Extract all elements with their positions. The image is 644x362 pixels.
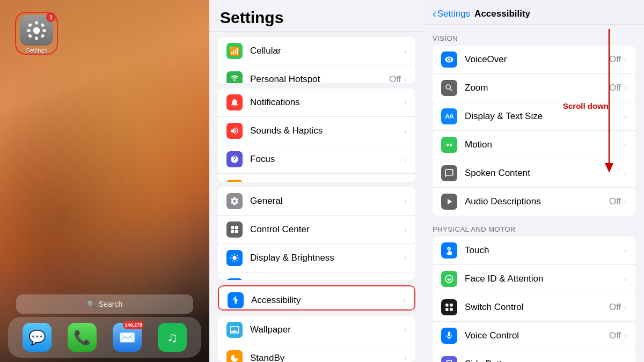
- settings-row-homescreen[interactable]: Home Screen & App Library ›: [218, 272, 415, 280]
- hotspot-chevron: ›: [404, 75, 407, 83]
- settings-row-wallpaper[interactable]: Wallpaper ›: [218, 316, 415, 344]
- accessibility-row[interactable]: Accessibility ›: [219, 286, 414, 311]
- acc-row-faceid[interactable]: Face ID & Attention ›: [433, 265, 635, 293]
- settings-panel-title: Settings: [220, 9, 413, 27]
- notification-badge: 1: [46, 12, 56, 22]
- spokencontent-icon: [441, 165, 457, 181]
- svg-rect-23: [450, 308, 453, 311]
- settings-row-hotspot[interactable]: Personal Hotspot Off ›: [218, 65, 415, 83]
- touch-label: Touch: [465, 245, 624, 256]
- physical-section-header: PHYSICAL AND MOTOR: [424, 216, 644, 237]
- focus-chevron: ›: [404, 155, 407, 164]
- svg-point-17: [235, 296, 237, 298]
- switchcontrol-value: Off: [609, 302, 621, 313]
- dock-messages[interactable]: 💬: [23, 323, 52, 352]
- svg-point-0: [33, 27, 40, 34]
- spokencontent-chevron: ›: [624, 169, 627, 178]
- search-label: Search: [99, 300, 122, 308]
- search-icon: 🔍: [87, 300, 96, 308]
- accessibility-label: Accessibility: [251, 295, 403, 306]
- wallpaper-icon: [226, 322, 243, 338]
- zoom-icon: [441, 80, 457, 96]
- audiodesc-value: Off: [609, 196, 621, 207]
- settings-row-accessibility-highlighted[interactable]: Accessibility ›: [218, 285, 415, 311]
- dock-phone[interactable]: 📞: [68, 323, 97, 352]
- settings-app-icon[interactable]: 1 Settings: [15, 12, 58, 55]
- focus-label: Focus: [250, 154, 404, 165]
- back-button[interactable]: ‹ Settings: [433, 8, 470, 20]
- sounds-label: Sounds & Haptics: [250, 125, 404, 136]
- display-chevron: ›: [404, 254, 407, 262]
- controlcenter-label: Control Center: [250, 224, 404, 235]
- accessibility-chevron: ›: [403, 296, 406, 305]
- voiceover-value: Off: [609, 54, 621, 65]
- settings-row-sounds[interactable]: Sounds & Haptics ›: [218, 117, 415, 145]
- svg-rect-21: [450, 304, 453, 306]
- focus-icon: [226, 151, 243, 167]
- acc-row-switchcontrol[interactable]: Switch Control Off ›: [433, 293, 635, 322]
- settings-group-general: General › Control Center › Display & Bri…: [218, 187, 415, 280]
- dock-spotify[interactable]: ♫: [158, 323, 187, 352]
- voicecontrol-value: Off: [609, 330, 621, 341]
- sounds-icon: [226, 123, 243, 139]
- accessibility-navbar: ‹ Settings Accessibility: [424, 0, 644, 25]
- settings-row-focus[interactable]: Focus ›: [218, 145, 415, 174]
- svg-rect-10: [235, 226, 238, 229]
- switchcontrol-label: Switch Control: [465, 302, 609, 313]
- accessibility-panel: ‹ Settings Accessibility VISION VoiceOve…: [424, 0, 644, 362]
- settings-app-label: Settings: [26, 47, 47, 54]
- svg-rect-6: [40, 23, 45, 27]
- standby-icon: [226, 350, 243, 362]
- voiceover-icon: [441, 51, 457, 68]
- voicecontrol-chevron: ›: [624, 331, 627, 340]
- settings-group-system: Notifications › Sounds & Haptics › Focus…: [218, 88, 415, 181]
- svg-rect-8: [40, 34, 45, 38]
- accessibility-icon: [228, 292, 244, 308]
- spotify-icon: ♫: [167, 329, 178, 346]
- svg-point-18: [447, 144, 449, 146]
- audiodesc-chevron: ›: [624, 197, 627, 206]
- phone-icon: 📞: [74, 329, 91, 346]
- acc-row-zoom[interactable]: Zoom Off ›: [433, 74, 635, 102]
- settings-row-screentime[interactable]: Screen Time ›: [218, 174, 415, 181]
- acc-row-spokencontent[interactable]: Spoken Content ›: [433, 159, 635, 188]
- hotspot-icon: [226, 71, 243, 83]
- settings-row-notifications[interactable]: Notifications ›: [218, 88, 415, 117]
- standby-label: StandBy: [250, 353, 404, 362]
- acc-row-voicecontrol[interactable]: Voice Control Off ›: [433, 322, 635, 350]
- displaytextsize-icon: AA: [441, 108, 457, 124]
- settings-row-general[interactable]: General ›: [218, 187, 415, 216]
- general-chevron: ›: [404, 197, 407, 205]
- settings-row-controlcenter[interactable]: Control Center ›: [218, 216, 415, 244]
- acc-row-voiceover[interactable]: VoiceOver Off ›: [433, 46, 635, 74]
- faceid-icon: [441, 271, 457, 287]
- acc-row-audiodesc[interactable]: Audio Descriptions Off ›: [433, 188, 635, 216]
- motion-icon: [441, 137, 457, 153]
- acc-row-motion[interactable]: Motion ›: [433, 131, 635, 159]
- display-label: Display & Brightness: [250, 253, 404, 263]
- voiceover-label: VoiceOver: [465, 54, 609, 65]
- svg-rect-5: [28, 23, 32, 27]
- dock-mail[interactable]: ✉️ 146,278: [113, 323, 142, 352]
- back-label: Settings: [437, 9, 470, 19]
- gear-icon: [26, 20, 47, 41]
- screentime-icon: [226, 180, 243, 181]
- search-bar[interactable]: 🔍 Search: [16, 294, 193, 314]
- motion-chevron: ›: [624, 141, 627, 149]
- audiodesc-icon: [441, 194, 457, 210]
- settings-row-cellular[interactable]: 📶 Cellular ›: [218, 37, 415, 65]
- touch-chevron: ›: [624, 246, 627, 255]
- settings-row-display[interactable]: Display & Brightness ›: [218, 244, 415, 272]
- settings-icon-bg: 1: [20, 15, 53, 46]
- settings-row-standby[interactable]: StandBy ›: [218, 344, 415, 362]
- acc-row-touch[interactable]: Touch ›: [433, 237, 635, 265]
- acc-row-sidebutton[interactable]: Side Button ›: [433, 350, 635, 362]
- svg-rect-9: [231, 226, 234, 229]
- settings-list-panel: Settings 📶 Cellular › Personal Hotspot O…: [209, 0, 424, 362]
- settings-group-more: Wallpaper › StandBy ›: [218, 316, 415, 362]
- acc-row-displaytextsize[interactable]: AA Display & Text Size › Scroll down: [433, 102, 635, 131]
- notifications-label: Notifications: [250, 97, 404, 108]
- mail-icon: ✉️: [119, 329, 136, 346]
- motion-label: Motion: [465, 139, 624, 150]
- back-chevron-icon: ‹: [433, 8, 436, 20]
